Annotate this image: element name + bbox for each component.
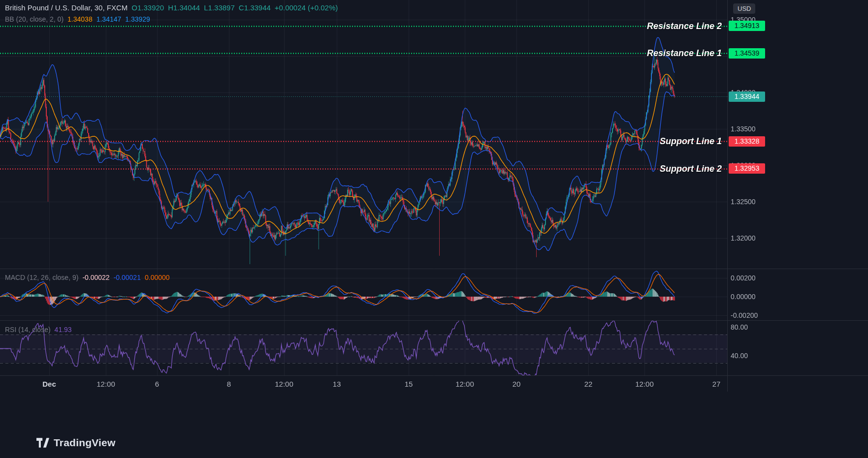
price-badge-last-price: 1.33944 xyxy=(729,92,765,102)
annotation-support-line-2[interactable]: Support Line 2 xyxy=(542,163,722,174)
price-badge-resistance-1: 1.34539 xyxy=(729,48,765,59)
time-axis-label: Dec xyxy=(42,380,56,388)
price-change: +0.00024 (+0.02%) xyxy=(275,3,338,12)
price-badge-resistance-2: 1.34913 xyxy=(729,21,765,31)
ohlc-close: C1.33944 xyxy=(239,3,271,12)
time-axis-label: 12:00 xyxy=(455,380,474,388)
time-axis-label: 27 xyxy=(712,380,721,388)
main-legend: British Pound / U.S. Dollar, 30, FXCM O1… xyxy=(5,3,338,23)
macd-axis-label: -0.00200 xyxy=(731,311,758,319)
ohlc-high: H1.34044 xyxy=(168,3,200,12)
time-axis-label: 8 xyxy=(227,380,231,388)
bb-lower-value: 1.33929 xyxy=(125,15,150,23)
symbol-legend-row: British Pound / U.S. Dollar, 30, FXCM O1… xyxy=(5,3,338,12)
annotation-support-line-1[interactable]: Support Line 1 xyxy=(542,136,722,147)
tradingview-logo-icon xyxy=(36,437,49,448)
annotation-resistance-line-2[interactable]: Resistance Line 2 xyxy=(542,21,722,31)
time-axis-label: 20 xyxy=(513,380,521,388)
price-axis-label: 1.32000 xyxy=(731,234,756,242)
time-axis-label: 6 xyxy=(155,380,159,388)
chart-overlays: 1.350001.345001.340001.335001.330001.325… xyxy=(0,0,868,458)
time-axis-label: 12:00 xyxy=(96,380,115,388)
time-axis-label: 22 xyxy=(584,380,593,388)
macd-legend-row: MACD (12, 26, close, 9) -0.00022 -0.0002… xyxy=(5,274,170,281)
bb-upper-value: 1.34147 xyxy=(96,15,122,23)
bb-indicator-label[interactable]: BB (20, close, 2, 0) xyxy=(5,15,64,23)
price-axis-label: 1.32500 xyxy=(731,198,756,206)
rsi-value: 41.93 xyxy=(55,326,72,334)
rsi-indicator-label[interactable]: RSI (14, close) xyxy=(5,326,51,334)
ohlc-open: O1.33920 xyxy=(131,3,164,12)
macd-signal-value: 0.00000 xyxy=(145,274,170,281)
time-axis-label: 12:00 xyxy=(275,380,293,388)
macd-axis-label: 0.00000 xyxy=(731,293,756,301)
time-axis-label: 15 xyxy=(405,380,413,388)
symbol-title[interactable]: British Pound / U.S. Dollar, 30, FXCM xyxy=(5,3,128,12)
price-badge-support-1: 1.33328 xyxy=(729,136,765,147)
macd-line-value: -0.00021 xyxy=(114,274,141,281)
price-axis-label: 1.33500 xyxy=(731,125,756,133)
rsi-axis-label: 40.00 xyxy=(731,352,748,360)
price-badge-support-2: 1.32953 xyxy=(729,163,765,174)
ohlc-low: L1.33897 xyxy=(204,3,235,12)
bb-basis-value: 1.34038 xyxy=(67,15,93,23)
tradingview-logo[interactable]: TradingView xyxy=(36,437,116,449)
time-axis-label: 12:00 xyxy=(635,380,654,388)
bb-legend-row: BB (20, close, 2, 0) 1.34038 1.34147 1.3… xyxy=(5,15,338,23)
macd-indicator-label[interactable]: MACD (12, 26, close, 9) xyxy=(5,274,78,281)
currency-toggle-button[interactable]: USD xyxy=(733,3,755,14)
annotation-resistance-line-1[interactable]: Resistance Line 1 xyxy=(542,48,722,59)
tradingview-chart-window: 1.350001.345001.340001.335001.330001.325… xyxy=(0,0,868,458)
macd-histogram-value: -0.00022 xyxy=(82,274,109,281)
rsi-axis-label: 80.00 xyxy=(731,323,748,331)
tradingview-logo-text: TradingView xyxy=(54,437,116,449)
rsi-legend-row: RSI (14, close) 41.93 xyxy=(5,326,72,334)
macd-axis-label: 0.00200 xyxy=(731,274,756,282)
time-axis-label: 13 xyxy=(333,380,341,388)
